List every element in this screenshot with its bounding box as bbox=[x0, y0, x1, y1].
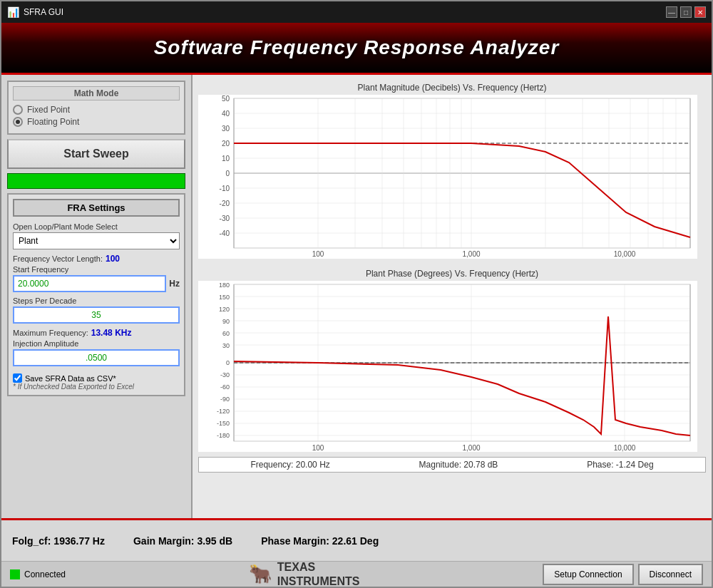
title-bar-controls: — □ ✕ bbox=[666, 6, 706, 18]
save-csv-row[interactable]: Save SFRA Data as CSV* bbox=[13, 373, 180, 383]
floating-point-option[interactable]: Floating Point bbox=[13, 117, 180, 127]
fra-settings-box: FRA Settings Open Loop/Plant Mode Select… bbox=[7, 193, 185, 396]
progress-bar bbox=[7, 173, 185, 189]
svg-text:-150: -150 bbox=[217, 420, 230, 427]
magnitude-chart-container: Plant Magnitude (Decibels) Vs. Frequency… bbox=[198, 81, 706, 261]
title-bar-left: 📊 SFRA GUI bbox=[7, 6, 63, 18]
svg-text:120: 120 bbox=[219, 306, 230, 313]
phase-value: -1.24 Deg bbox=[616, 460, 654, 470]
title-bar: 📊 SFRA GUI — □ ✕ bbox=[1, 1, 712, 23]
app-title: SFRA GUI bbox=[24, 7, 63, 17]
maximize-button[interactable]: □ bbox=[680, 6, 692, 18]
phase-readout: Phase: -1.24 Deg bbox=[587, 460, 653, 470]
main-window: 📊 SFRA GUI — □ ✕ Software Frequency Resp… bbox=[0, 0, 713, 588]
svg-text:150: 150 bbox=[219, 294, 230, 301]
floating-point-label: Floating Point bbox=[27, 117, 79, 127]
svg-text:10,000: 10,000 bbox=[614, 250, 636, 258]
math-mode-box: Math Mode Fixed Point Floating Point bbox=[7, 81, 185, 135]
metrics-area: Folg_cf: 1936.77 Hz Gain Margin: 3.95 dB… bbox=[12, 535, 379, 547]
save-csv-note: * If Unchecked Data Exported to Excel bbox=[13, 383, 180, 391]
ti-logo-area: 🐂 TEXAS INSTRUMENTS bbox=[249, 560, 360, 587]
phase-chart-container: Plant Phase (Degrees) Vs. Frequency (Her… bbox=[198, 267, 706, 454]
fixed-point-label: Fixed Point bbox=[27, 105, 70, 115]
left-panel: Math Mode Fixed Point Floating Point Sta… bbox=[1, 75, 193, 518]
steps-per-decade-input[interactable] bbox=[13, 306, 180, 324]
svg-text:90: 90 bbox=[222, 318, 230, 325]
close-button[interactable]: ✕ bbox=[694, 6, 706, 18]
start-sweep-button[interactable]: Start Sweep bbox=[7, 139, 185, 169]
svg-text:40: 40 bbox=[222, 110, 230, 118]
main-content: Math Mode Fixed Point Floating Point Sta… bbox=[1, 73, 712, 518]
minimize-button[interactable]: — bbox=[666, 6, 677, 18]
connected-label: Connected bbox=[24, 569, 66, 579]
bottom-bar: Connected 🐂 TEXAS INSTRUMENTS Setup Conn… bbox=[1, 561, 712, 587]
frequency-label: Frequency: bbox=[250, 460, 293, 470]
frequency-value: 20.00 Hz bbox=[296, 460, 330, 470]
magnitude-chart-title: Plant Magnitude (Decibels) Vs. Frequency… bbox=[198, 81, 706, 95]
phase-margin-label: Phase Margin: bbox=[261, 535, 329, 547]
svg-text:50: 50 bbox=[222, 95, 230, 103]
gain-margin-value: 3.95 dB bbox=[197, 535, 232, 547]
svg-text:-40: -40 bbox=[220, 229, 230, 237]
metrics-bar: Folg_cf: 1936.77 Hz Gain Margin: 3.95 dB… bbox=[1, 518, 712, 561]
max-freq-label: Maximum Frequency: bbox=[13, 329, 88, 337]
phase-margin-metric: Phase Margin: 22.61 Deg bbox=[261, 535, 379, 547]
data-readout: Frequency: 20.00 Hz Magnitude: 20.78 dB … bbox=[198, 457, 706, 473]
folg-metric: Folg_cf: 1936.77 Hz bbox=[12, 535, 105, 547]
max-freq-row: Maximum Frequency: 13.48 KHz bbox=[13, 328, 180, 338]
start-freq-input[interactable] bbox=[13, 275, 166, 292]
fixed-point-option[interactable]: Fixed Point bbox=[13, 105, 180, 115]
header-title: Software Frequency Response Analyzer bbox=[154, 36, 560, 59]
phase-margin-value: 22.61 Deg bbox=[332, 535, 379, 547]
svg-text:10: 10 bbox=[222, 155, 230, 163]
svg-text:0: 0 bbox=[226, 359, 230, 366]
svg-text:-10: -10 bbox=[220, 185, 230, 192]
svg-text:180: 180 bbox=[219, 282, 230, 289]
fixed-point-radio[interactable] bbox=[13, 105, 23, 115]
svg-text:-180: -180 bbox=[217, 432, 230, 439]
folg-label: Folg_cf: bbox=[12, 535, 51, 547]
phase-chart: 180 150 120 90 60 30 0 -30 -60 -90 -120 … bbox=[198, 281, 697, 452]
phase-label: Phase: bbox=[587, 460, 613, 470]
svg-text:60: 60 bbox=[222, 330, 230, 337]
injection-input[interactable] bbox=[13, 349, 180, 366]
fra-settings-title: FRA Settings bbox=[13, 199, 180, 217]
connection-dot bbox=[10, 569, 20, 579]
svg-text:-120: -120 bbox=[217, 408, 230, 415]
svg-text:100: 100 bbox=[312, 444, 324, 452]
svg-text:1,000: 1,000 bbox=[462, 444, 480, 452]
freq-vector-row: Frequency Vector Length: 100 bbox=[13, 254, 180, 264]
svg-text:30: 30 bbox=[222, 125, 230, 133]
phase-chart-title: Plant Phase (Degrees) Vs. Frequency (Her… bbox=[198, 267, 706, 281]
steps-per-decade-label: Steps Per Decade bbox=[13, 296, 180, 305]
save-csv-checkbox[interactable] bbox=[13, 373, 22, 383]
svg-text:1,000: 1,000 bbox=[462, 250, 480, 258]
svg-text:-30: -30 bbox=[220, 371, 230, 378]
svg-text:30: 30 bbox=[222, 342, 230, 349]
svg-text:-90: -90 bbox=[220, 396, 230, 403]
magnitude-chart: 50 40 30 20 10 0 -10 -20 -30 -40 100 1,0… bbox=[198, 95, 697, 259]
floating-point-radio[interactable] bbox=[13, 117, 23, 127]
start-freq-row: Hz bbox=[13, 275, 180, 292]
svg-text:20: 20 bbox=[222, 140, 230, 148]
ti-logo: 🐂 TEXAS INSTRUMENTS bbox=[249, 560, 360, 587]
svg-text:100: 100 bbox=[312, 250, 324, 258]
start-freq-unit: Hz bbox=[169, 279, 180, 289]
freq-vector-label: Frequency Vector Length: bbox=[13, 254, 103, 263]
svg-text:0: 0 bbox=[225, 170, 230, 177]
magnitude-value: 20.78 dB bbox=[463, 460, 498, 470]
max-freq-value: 13.48 KHz bbox=[91, 328, 132, 338]
connected-indicator: Connected bbox=[10, 569, 66, 579]
injection-label: Injection Amplitude bbox=[13, 339, 180, 348]
disconnect-button[interactable]: Disconnect bbox=[638, 564, 703, 585]
loop-mode-label: Open Loop/Plant Mode Select bbox=[13, 222, 180, 231]
ti-bull-icon: 🐂 bbox=[249, 563, 272, 585]
loop-mode-select[interactable]: Plant bbox=[13, 232, 180, 249]
gain-margin-label: Gain Margin: bbox=[133, 535, 195, 547]
frequency-readout: Frequency: 20.00 Hz bbox=[250, 460, 329, 470]
gain-margin-metric: Gain Margin: 3.95 dB bbox=[133, 535, 232, 547]
header-banner: Software Frequency Response Analyzer bbox=[1, 23, 712, 73]
magnitude-readout: Magnitude: 20.78 dB bbox=[419, 460, 498, 470]
setup-connection-button[interactable]: Setup Connection bbox=[543, 564, 633, 585]
svg-text:10,000: 10,000 bbox=[614, 444, 636, 452]
